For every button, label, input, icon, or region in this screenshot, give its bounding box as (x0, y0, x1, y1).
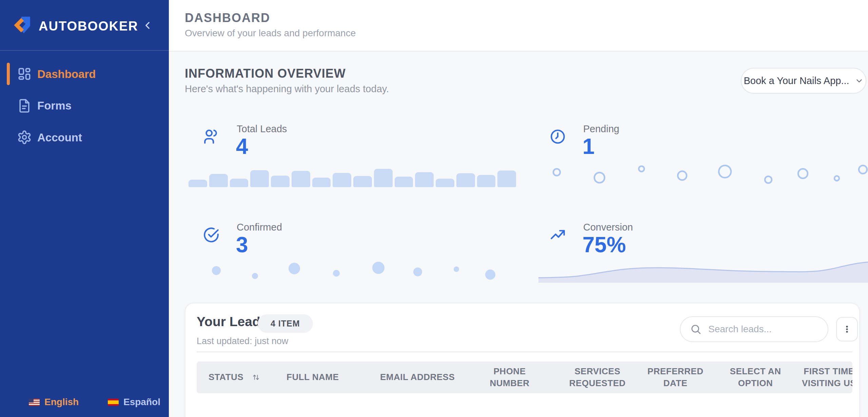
page-header: DASHBOARD Overview of your leads and per… (169, 0, 868, 52)
nav-label: Dashboard (37, 68, 96, 81)
gear-icon (17, 130, 32, 145)
section-subtitle: Here's what's happening with your leads … (185, 83, 389, 95)
sidebar-collapse-icon[interactable] (142, 20, 153, 31)
total-leads-sparkline (189, 169, 516, 187)
sidebar-item-account[interactable]: Account (0, 121, 169, 154)
kebab-icon (843, 325, 851, 334)
users-icon (203, 128, 220, 145)
book-button-label: Book a Your Nails App... (744, 75, 849, 86)
column-header-full-name[interactable]: FULL NAME (287, 361, 339, 393)
stat-label: Confirmed (237, 222, 282, 233)
sidebar-item-dashboard[interactable]: Dashboard (0, 58, 169, 90)
column-header-preferred-date[interactable]: PREFERRED DATE (638, 361, 713, 393)
brand: AUTOBOOKER (0, 0, 169, 51)
column-header-first-time[interactable]: FIRST TIME VISITING US (793, 361, 852, 393)
stat-value: 1 (583, 136, 595, 157)
document-icon (17, 98, 32, 113)
leads-count-badge: 4 ITEM (258, 314, 313, 333)
nav-label: Forms (37, 99, 72, 112)
column-header-services[interactable]: SERVICES REQUESTED (560, 361, 635, 393)
column-header-email[interactable]: EMAIL ADDRESS (380, 361, 455, 393)
stat-value: 3 (236, 234, 248, 256)
section-title: INFORMATION OVERVIEW (185, 66, 346, 81)
sidebar: AUTOBOOKER Dashboard (0, 0, 169, 417)
active-indicator (7, 63, 10, 85)
stat-label: Total Leads (237, 123, 287, 135)
confirmed-sparkline (203, 262, 502, 281)
nav-label: Account (37, 131, 82, 144)
stat-value: 4 (236, 136, 248, 157)
leads-card: Your Leads 4 ITEM Last updated: just now (185, 303, 860, 417)
divider (0, 50, 169, 51)
main-content: INFORMATION OVERVIEW Here's what's happe… (169, 52, 868, 417)
last-updated: Last updated: just now (197, 336, 288, 346)
trending-up-icon (549, 226, 566, 243)
sort-icon (252, 373, 260, 382)
stat-label: Conversion (583, 222, 633, 233)
stat-label: Pending (583, 123, 619, 135)
search-input[interactable] (708, 323, 817, 335)
search-icon (690, 323, 702, 335)
dashboard-grid-icon (17, 66, 32, 81)
more-options-button[interactable] (836, 317, 858, 341)
language-espanol[interactable]: Español (108, 395, 160, 410)
leads-title: Your Leads (197, 314, 268, 329)
es-flag-icon (108, 399, 119, 406)
book-appointment-button[interactable]: Book a Your Nails App... (741, 68, 866, 94)
clock-icon (549, 128, 566, 145)
language-english[interactable]: English (29, 395, 79, 410)
column-label: STATUS (209, 371, 243, 383)
page-title: DASHBOARD (185, 11, 270, 25)
page-subtitle: Overview of your leads and performance (185, 28, 356, 39)
stat-value: 75% (583, 234, 626, 256)
autobooker-logo (12, 14, 35, 36)
column-header-phone[interactable]: PHONE NUMBER (482, 361, 537, 393)
lang-label: Español (123, 397, 160, 408)
pending-sparkline (542, 165, 868, 185)
divider (197, 352, 852, 352)
column-header-select-option[interactable]: SELECT AN OPTION (718, 361, 793, 393)
lang-label: English (44, 397, 79, 408)
column-header-status[interactable]: STATUS (209, 361, 260, 393)
app-root: AUTOBOOKER Dashboard (0, 0, 868, 417)
search-leads-box[interactable] (680, 316, 828, 342)
us-flag-icon (29, 399, 40, 406)
check-circle-icon (203, 226, 220, 243)
table-header: STATUS FULL NAME EMAIL ADDRESS PHONE NUM… (197, 361, 852, 393)
conversion-sparkline (538, 259, 868, 283)
brand-name: AUTOBOOKER (39, 19, 138, 34)
chevron-down-icon (855, 76, 864, 85)
sidebar-item-forms[interactable]: Forms (0, 89, 169, 122)
